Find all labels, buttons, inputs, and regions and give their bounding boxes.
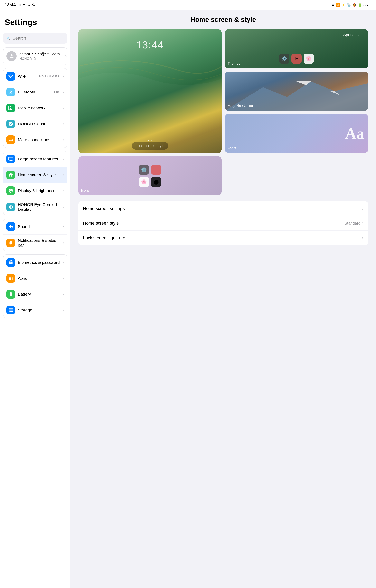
- sidebar-item-notifications[interactable]: Notifications & status bar ›: [3, 235, 67, 251]
- more-connections-icon: [6, 135, 15, 144]
- icons-grid: ⚙️ F 🌸 ⬤: [139, 165, 161, 187]
- bluetooth-value: On: [54, 90, 59, 94]
- home-screen-style-label: Home screen style: [83, 221, 345, 226]
- icons-icon-4: ⬤: [151, 177, 161, 187]
- lockscreen-label: Lock screen style: [132, 142, 168, 150]
- notifications-label: Notifications & status bar: [18, 238, 60, 247]
- sidebar-item-large-screen[interactable]: Large-screen features ›: [3, 151, 67, 167]
- wifi-icon: [6, 72, 15, 81]
- mobile-network-label: Mobile network: [18, 106, 60, 110]
- battery-percent: 35%: [364, 3, 371, 7]
- panel-title: Home screen & style: [78, 16, 368, 23]
- sidebar-item-bluetooth[interactable]: Bluetooth On ›: [3, 84, 67, 100]
- sidebar-item-mobile-network[interactable]: Mobile network ›: [3, 100, 67, 116]
- sidebar-item-home-screen[interactable]: Home screen & style ›: [3, 167, 67, 183]
- mobile-network-icon: [6, 104, 15, 112]
- home-screen-chevron: ›: [63, 172, 64, 177]
- home-screen-label: Home screen & style: [18, 172, 60, 177]
- sidebar-title: Settings: [0, 16, 71, 33]
- account-item[interactable]: gsmar*******@***il.com HONOR ID ›: [3, 48, 67, 65]
- wallpaper-dots: [148, 140, 152, 141]
- apps-icon: [6, 274, 15, 283]
- icons-icon-2: F: [151, 165, 161, 175]
- account-chevron: ›: [65, 54, 67, 59]
- gmail-icon: M: [22, 3, 25, 7]
- home-screen-icon: [6, 171, 15, 179]
- sidebar-item-more-connections[interactable]: More connections ›: [3, 132, 67, 148]
- search-icon: 🔍: [7, 36, 10, 40]
- settings-group-network: Wi-Fi Ro's Guests › Bluetooth On › Mobil…: [3, 68, 67, 148]
- icons-card[interactable]: ⚙️ F 🌸 ⬤ Icons: [78, 156, 222, 195]
- search-input[interactable]: [12, 36, 66, 41]
- themes-label: Themes: [228, 62, 240, 66]
- sidebar-item-wifi[interactable]: Wi-Fi Ro's Guests ›: [3, 68, 67, 84]
- themes-card[interactable]: Spring Peak ⚙️ F 🌸 Themes: [225, 29, 368, 68]
- battery-settings-icon: [6, 290, 15, 299]
- springpeak-label: Spring Peak: [343, 33, 365, 37]
- mobile-network-chevron: ›: [63, 106, 64, 111]
- wifi-label: Wi-Fi: [18, 74, 36, 79]
- search-bar[interactable]: 🔍: [3, 33, 67, 43]
- account-info: gsmar*******@***il.com HONOR ID: [19, 52, 60, 61]
- large-screen-chevron: ›: [63, 156, 64, 161]
- honor-connect-label: HONOR Connect: [18, 121, 60, 126]
- time-display: 13:44: [5, 2, 16, 7]
- sidebar-item-honor-connect[interactable]: HONOR Connect ›: [3, 116, 67, 132]
- display-brightness-chevron: ›: [63, 188, 64, 193]
- mute-icon: 🔕: [353, 3, 356, 7]
- bluetooth-icon: [6, 88, 15, 96]
- svg-point-0: [10, 54, 12, 56]
- sidebar-item-eye-comfort[interactable]: HONOR Eye Comfort Display ›: [3, 199, 67, 215]
- sound-chevron: ›: [63, 224, 64, 229]
- more-connections-label: More connections: [18, 137, 60, 142]
- honor-icon: ⊞: [18, 3, 21, 7]
- themes-icon-1: ⚙️: [279, 53, 289, 64]
- apps-label: Apps: [18, 276, 60, 281]
- biometrics-label: Biometrics & password: [18, 260, 60, 265]
- fonts-big-text: Aa: [345, 125, 364, 142]
- fonts-card[interactable]: Aa Fonts: [225, 114, 368, 153]
- home-screen-style-chevron: ›: [362, 221, 364, 226]
- signal-icon: 📶: [336, 3, 340, 7]
- status-bar-left: 13:44 ⊞ M G 🛡: [5, 2, 36, 7]
- lock-screen-signature-item[interactable]: Lock screen signature ›: [78, 231, 368, 245]
- wifi-chevron: ›: [63, 74, 64, 79]
- icons-icon-1: ⚙️: [139, 165, 149, 175]
- home-screen-style-item[interactable]: Home screen style Standard ›: [78, 216, 368, 231]
- lock-screen-signature-chevron: ›: [362, 235, 364, 240]
- magazine-card[interactable]: Magazine Unlock: [225, 72, 368, 111]
- bluetooth-label: Bluetooth: [18, 90, 51, 95]
- sidebar-item-sound[interactable]: Sound ›: [3, 219, 67, 235]
- lock-screen-signature-label: Lock screen signature: [83, 235, 362, 240]
- sidebar-item-storage[interactable]: Storage ›: [3, 302, 67, 318]
- fonts-label: Fonts: [228, 146, 236, 150]
- bluetooth-status-icon: ⚡: [342, 3, 345, 7]
- sidebar-item-battery[interactable]: Battery ›: [3, 286, 67, 302]
- settings-group-sound: Sound › Notifications & status bar ›: [3, 219, 67, 251]
- settings-group-display: Large-screen features › Home screen & st…: [3, 151, 67, 215]
- lockscreen-card[interactable]: 13:44 Lock screen style: [78, 29, 222, 153]
- sound-icon: [6, 222, 15, 231]
- home-screen-settings-item[interactable]: Home screen settings ›: [78, 201, 368, 216]
- google-icon: G: [27, 3, 30, 7]
- honor-connect-chevron: ›: [63, 121, 64, 127]
- magazine-label: Magazine Unlock: [228, 104, 255, 108]
- main-layout: Settings 🔍 gsmar*******@***il.com HONOR …: [0, 10, 376, 588]
- storage-label: Storage: [18, 308, 60, 312]
- sidebar-item-biometrics[interactable]: Biometrics & password ›: [3, 255, 67, 270]
- settings-list-panel: Home screen settings › Home screen style…: [78, 201, 368, 245]
- shield-icon: 🛡: [32, 3, 36, 7]
- sidebar: Settings 🔍 gsmar*******@***il.com HONOR …: [0, 10, 71, 588]
- sidebar-item-apps[interactable]: Apps ›: [3, 270, 67, 286]
- right-panel: Home screen & style 13:44: [71, 10, 376, 588]
- home-screen-settings-chevron: ›: [362, 206, 364, 211]
- battery-chevron: ›: [63, 292, 64, 297]
- notifications-chevron: ›: [63, 240, 64, 246]
- home-screen-settings-label: Home screen settings: [83, 206, 362, 211]
- dot-active: [148, 140, 149, 141]
- eye-comfort-chevron: ›: [63, 204, 64, 210]
- large-screen-label: Large-screen features: [18, 157, 60, 161]
- notifications-icon: [6, 238, 15, 247]
- wallpaper-grid: 13:44 Lock screen style Spring Peak: [78, 29, 368, 195]
- sidebar-item-display-brightness[interactable]: Display & brightness ›: [3, 183, 67, 199]
